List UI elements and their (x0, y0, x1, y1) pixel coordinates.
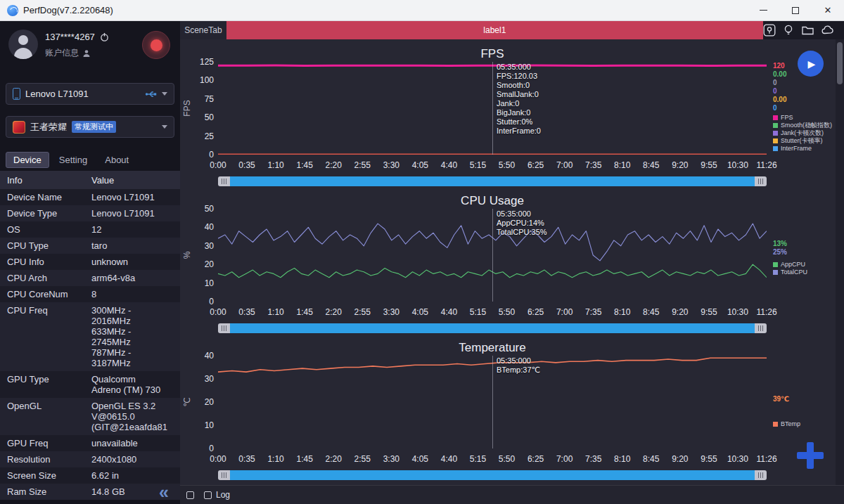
current-values: 13%25% (773, 240, 844, 257)
plot-area[interactable]: 05:35:000BTemp:37℃ (218, 356, 767, 448)
legend: AppCPUTotalCPU (773, 261, 844, 276)
plot-area[interactable]: 05:35:000FPS:120.03Smooth:0SmallJank:0Ja… (218, 62, 767, 155)
record-icon (151, 39, 162, 51)
tab-about[interactable]: About (97, 152, 136, 168)
y-axis-ticks: 01020304050 (194, 209, 218, 302)
scene-label1-tab[interactable]: label1 (226, 21, 763, 39)
person-icon (82, 49, 91, 58)
tooltip: 05:35:000BTemp:37℃ (497, 356, 540, 375)
plot-area[interactable]: 05:35:000AppCPU:14%TotalCPU:35% (218, 209, 767, 302)
chart-title: CPU Usage (218, 193, 767, 209)
maximize-button[interactable] (779, 0, 812, 20)
scrollbar-right-grip[interactable] (755, 470, 767, 480)
pin-icon[interactable] (763, 24, 776, 37)
legend-item: InterFrame (773, 145, 844, 153)
table-row: Screen Size6.62 in (0, 467, 180, 484)
cloud-icon[interactable] (821, 24, 835, 37)
y-axis-ticks: 0255075100125 (194, 62, 218, 155)
record-button[interactable] (142, 31, 170, 59)
table-row: CPU CoreNum8 (0, 286, 180, 302)
folder-icon[interactable] (801, 24, 814, 37)
add-chart-button[interactable] (797, 442, 824, 469)
y-axis-label: FPS (180, 62, 194, 155)
current-values: 39℃ (773, 395, 844, 403)
scrollbar-left-grip[interactable] (218, 470, 230, 480)
horizontal-scrollbar[interactable] (218, 470, 767, 480)
legend-item: FPS (773, 114, 844, 122)
fps-chart: FPS FPS 0255075100125 05:35:000FPS:120.0… (180, 46, 844, 186)
checkbox-icon (204, 491, 212, 499)
table-row: OS12 (0, 221, 180, 238)
test-status-badge: 常规测试中 (72, 121, 116, 133)
legend-item: Stutter(卡顿率) (773, 137, 844, 145)
perfdog-logo-icon (7, 5, 18, 16)
play-button[interactable]: ▶ (798, 51, 824, 77)
chart-title: FPS (218, 46, 767, 62)
table-row: Ram Size14.8 GB (0, 484, 180, 500)
device-name-text: Lenovo L71091 (25, 89, 89, 99)
power-icon[interactable] (100, 32, 109, 41)
scrollbar-right-grip[interactable] (755, 176, 767, 186)
scrollbar-track[interactable] (230, 176, 755, 186)
sidebar: 137****4267 账户信息 (0, 21, 180, 504)
collapse-sidebar-chevron[interactable]: « (159, 484, 167, 501)
legend: BTemp (773, 420, 844, 428)
tab-setting[interactable]: Setting (51, 152, 95, 168)
table-row: GPU Frequnavailable (0, 435, 180, 451)
scrollbar-right-grip[interactable] (755, 323, 767, 333)
crosshair-line (492, 209, 493, 302)
y-axis-ticks: 010203040 (194, 356, 218, 448)
table-row: Device NameLenovo L71091 (0, 189, 180, 205)
legend-item: TotalCPU (773, 269, 844, 276)
panel-toggle-checkbox[interactable] (186, 491, 194, 499)
y-axis-label: % (180, 209, 194, 302)
horizontal-scrollbar[interactable] (218, 323, 767, 333)
minimize-button[interactable] (747, 0, 779, 20)
titlebar: PerfDog(v7.2.220648) ✕ (0, 0, 844, 21)
scrollbar-track[interactable] (230, 470, 755, 480)
device-info-table: Info Value Device NameLenovo L71091Devic… (0, 171, 180, 500)
vertical-scrollbar[interactable] (836, 39, 844, 485)
table-row: CPU Freq300MHz - 2016MHz 633MHz - 2745MH… (0, 302, 180, 371)
phone-icon (13, 88, 20, 100)
table-row: Resolution2400x1080 (0, 451, 180, 467)
close-button[interactable]: ✕ (812, 0, 844, 20)
charts-region: FPS FPS 0255075100125 05:35:000FPS:120.0… (180, 39, 844, 485)
device-selector[interactable]: Lenovo L71091 (6, 83, 174, 105)
app-window: PerfDog(v7.2.220648) ✕ 137****4267 (0, 0, 844, 504)
close-icon: ✕ (824, 6, 832, 15)
scrollbar-left-grip[interactable] (218, 176, 230, 186)
scene-bar: SceneTab label1 (180, 21, 844, 39)
header-value: Value (84, 175, 180, 186)
sidebar-tabs: Device Setting About (6, 152, 174, 168)
tooltip: 05:35:000FPS:120.03Smooth:0SmallJank:0Ja… (497, 63, 541, 136)
account-info-link[interactable]: 账户信息 (45, 47, 109, 59)
table-row: CPU Infounknown (0, 254, 180, 270)
scrollbar-track[interactable] (230, 323, 755, 333)
chevron-down-icon (162, 92, 167, 96)
legend-item: AppCPU (773, 261, 844, 269)
tooltip: 05:35:000AppCPU:14%TotalCPU:35% (497, 209, 547, 237)
main-panel: SceneTab label1 (180, 21, 844, 504)
window-title: PerfDog(v7.2.220648) (23, 5, 113, 15)
usb-connection-icon (145, 89, 157, 99)
table-row: OpenGLOpenGL ES 3.2 V@0615.0 (GIT@21eaaf… (0, 398, 180, 435)
minimize-icon (760, 10, 767, 11)
app-name-text: 王者荣耀 (30, 121, 67, 134)
table-header: Info Value (0, 171, 180, 189)
scene-tab-button[interactable]: SceneTab (180, 21, 226, 39)
avatar[interactable] (8, 30, 38, 59)
bulb-icon[interactable] (782, 24, 795, 37)
vertical-scrollbar-handle[interactable] (837, 42, 843, 84)
maximize-icon (792, 7, 799, 14)
horizontal-scrollbar[interactable] (218, 176, 767, 186)
log-checkbox[interactable]: Log (204, 490, 230, 500)
scrollbar-left-grip[interactable] (218, 323, 230, 333)
app-selector[interactable]: 王者荣耀 常规测试中 (6, 116, 174, 138)
play-icon: ▶ (808, 58, 816, 70)
temperature-chart: Temperature ℃ 010203040 05:35:000BTemp:3… (180, 340, 844, 480)
table-row: Device TypeLenovo L71091 (0, 205, 180, 221)
log-bar: Log (180, 485, 844, 504)
tab-device[interactable]: Device (6, 152, 49, 168)
legend-item: Jank(卡顿次数) (773, 129, 844, 137)
